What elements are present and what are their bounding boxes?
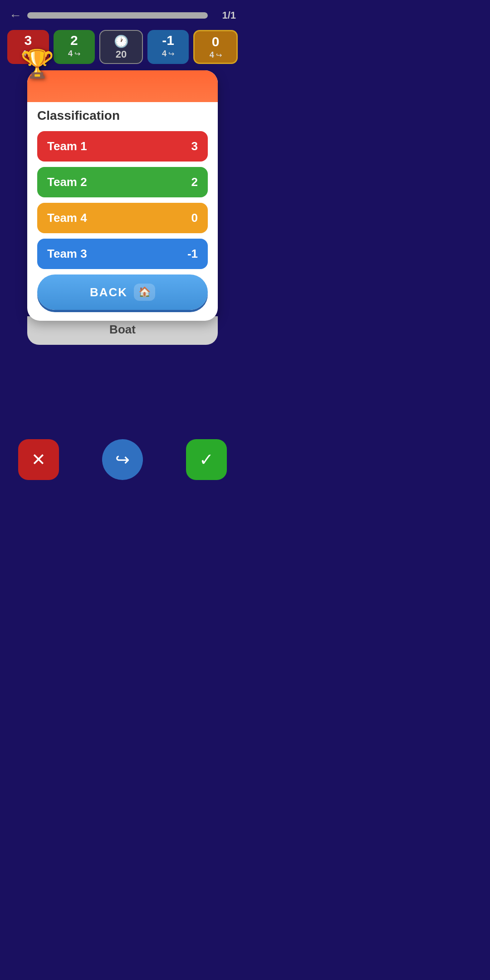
cancel-icon: ✕	[31, 450, 46, 470]
team-1-score: 3	[191, 139, 198, 153]
team-row-4: Team 4 0	[37, 203, 208, 233]
game-area: 🏆 Classification Team 1 3 Team 2 2 Team …	[25, 70, 220, 345]
progress-label: 1/1	[213, 10, 236, 21]
score-card-blue[interactable]: -1 4 ↪	[147, 30, 189, 64]
progress-bar-container	[27, 12, 208, 19]
team-row-1: Team 1 3	[37, 131, 208, 162]
score-card-green-value: 2	[70, 34, 78, 47]
team-3-name: Team 3	[47, 247, 87, 261]
home-icon: 🏠	[134, 284, 155, 301]
score-card-orange-sub: 4 ↪	[210, 50, 222, 60]
redo-button[interactable]: ↪	[102, 439, 143, 480]
top-bar: ← 1/1	[0, 0, 245, 27]
arrow-icon-green: ↪	[74, 49, 80, 58]
trophy-container: 🏆	[20, 48, 54, 80]
timer-value: 20	[116, 49, 127, 60]
back-button[interactable]: BACK 🏠	[37, 274, 208, 310]
team-2-score: 2	[191, 175, 198, 189]
team-3-score: -1	[187, 247, 198, 261]
classification-title: Classification	[37, 108, 208, 123]
classification-modal: Classification Team 1 3 Team 2 2 Team 4 …	[27, 70, 218, 321]
team-2-name: Team 2	[47, 175, 87, 189]
score-card-blue-sub: 4 ↪	[162, 49, 174, 59]
back-arrow-button[interactable]: ←	[9, 8, 22, 23]
back-button-label: BACK	[90, 285, 127, 299]
clock-icon: 🕐	[114, 34, 128, 49]
progress-bar-fill	[27, 12, 208, 19]
redo-icon: ↪	[115, 450, 130, 470]
confirm-button[interactable]: ✓	[186, 439, 227, 480]
score-card-timer[interactable]: 🕐 20	[99, 30, 143, 64]
modal-header-bg	[27, 70, 218, 102]
team-4-name: Team 4	[47, 211, 87, 225]
score-card-blue-value: -1	[162, 34, 174, 47]
arrow-icon-blue: ↪	[168, 49, 174, 58]
score-card-green-sub: 4 ↪	[68, 49, 80, 59]
arrow-icon-orange: ↪	[216, 51, 222, 59]
score-card-green[interactable]: 2 4 ↪	[54, 30, 95, 64]
team-row-2: Team 2 2	[37, 167, 208, 197]
trophy-icon: 🏆	[20, 49, 54, 79]
score-card-red-value: 3	[24, 34, 32, 47]
boat-label: Boat	[109, 323, 136, 336]
cancel-button[interactable]: ✕	[18, 439, 59, 480]
score-card-orange-value: 0	[212, 35, 220, 49]
team-1-name: Team 1	[47, 139, 87, 153]
bottom-buttons: ✕ ↪ ✓	[0, 429, 245, 490]
score-card-orange[interactable]: 0 4 ↪	[193, 30, 238, 64]
team-4-score: 0	[191, 211, 198, 225]
team-row-3: Team 3 -1	[37, 239, 208, 269]
confirm-icon: ✓	[199, 450, 214, 470]
